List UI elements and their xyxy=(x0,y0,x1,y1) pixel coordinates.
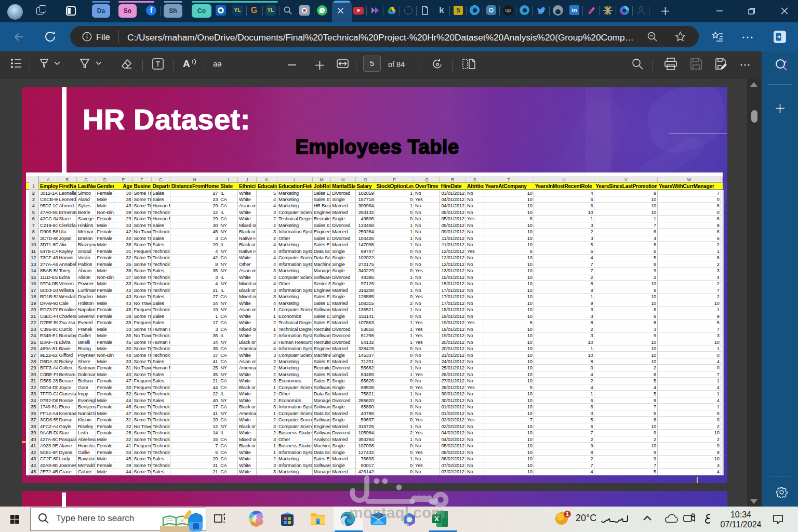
svg-text:1: 1 xyxy=(566,511,569,517)
